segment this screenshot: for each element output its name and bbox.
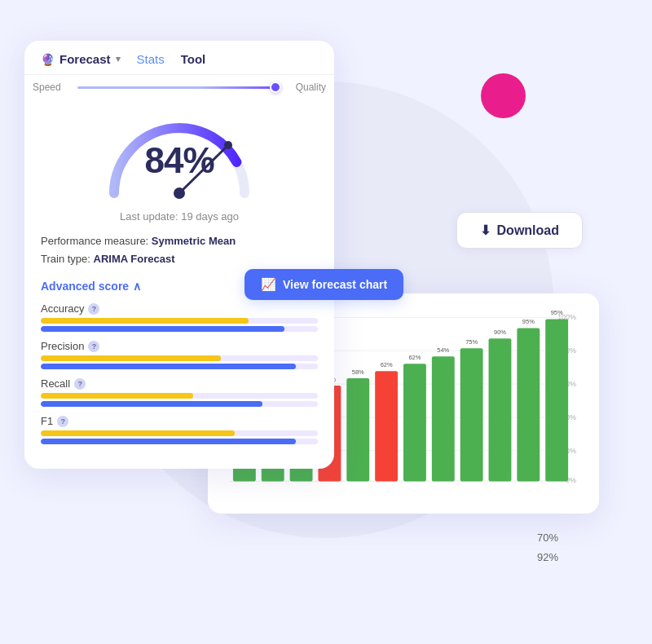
- tab-tool[interactable]: Tool: [181, 52, 206, 66]
- advanced-score-label: Advanced score: [41, 280, 129, 293]
- svg-text:95%: 95%: [522, 318, 535, 325]
- recall-bar-yellow-track: [41, 393, 318, 399]
- gauge-area: 84% Last update: 19 days ago: [24, 99, 334, 223]
- svg-point-1: [174, 187, 185, 199]
- forecast-icon: 🔮: [41, 53, 55, 66]
- accuracy-info-icon[interactable]: ?: [88, 303, 99, 315]
- view-chart-label: View forecast chart: [283, 278, 387, 291]
- precision-bar-blue-track: [41, 364, 318, 369]
- svg-text:75%: 75%: [465, 338, 478, 346]
- forecast-card: 🔮 Forecast ▾ Stats Tool Speed Quality: [24, 41, 334, 469]
- chevron-down-icon: ▾: [116, 54, 121, 64]
- recall-label: Recall: [41, 377, 70, 390]
- tab-stats[interactable]: Stats: [137, 52, 165, 66]
- last-update: Last update: 19 days ago: [41, 210, 318, 223]
- perf-line1: Performance measure: Symmetric Mean: [41, 232, 318, 250]
- precision-bar-yellow-track: [41, 355, 318, 361]
- svg-rect-22: [346, 378, 369, 481]
- gauge-container: 84%: [98, 108, 261, 205]
- pct-92: 92%: [537, 548, 558, 567]
- svg-text:90%: 90%: [494, 329, 506, 336]
- svg-point-2: [224, 141, 232, 149]
- download-button[interactable]: ⬇ Download: [456, 212, 583, 249]
- accuracy-bar-yellow-track: [41, 318, 318, 324]
- f1-bar-yellow-track: [41, 430, 318, 436]
- precision-bar-yellow: [41, 355, 221, 361]
- accuracy-bar-blue: [41, 326, 284, 332]
- svg-rect-26: [403, 364, 426, 481]
- card-header: 🔮 Forecast ▾ Stats Tool: [24, 41, 334, 75]
- view-forecast-chart-button[interactable]: 📈 View forecast chart: [244, 269, 403, 300]
- recall-info-icon[interactable]: ?: [74, 378, 86, 390]
- svg-text:62%: 62%: [408, 354, 421, 361]
- f1-bar-yellow: [41, 430, 235, 436]
- speed-quality-slider-row: Speed Quality: [24, 75, 334, 99]
- quality-label: Quality: [289, 82, 326, 93]
- download-icon: ⬇: [480, 223, 491, 238]
- perf-line1-label: Performance measure:: [41, 235, 152, 247]
- forecast-tab-label: Forecast: [59, 52, 111, 66]
- score-row-accuracy: Accuracy ?: [41, 302, 318, 332]
- speed-label: Speed: [33, 82, 69, 93]
- svg-rect-28: [432, 356, 455, 481]
- slider-thumb[interactable]: [270, 82, 281, 93]
- f1-bar-blue: [41, 439, 296, 444]
- score-row-f1: F1 ?: [41, 415, 318, 444]
- decorative-dot-pink: [481, 73, 526, 118]
- perf-line1-value: Symmetric Mean: [152, 235, 236, 247]
- accuracy-bar-yellow: [41, 318, 249, 324]
- pct-70: 70%: [537, 528, 558, 547]
- svg-text:95%: 95%: [551, 309, 563, 316]
- score-row-recall: Recall ?: [41, 377, 318, 407]
- recall-bar-blue-track: [41, 401, 318, 407]
- svg-text:58%: 58%: [352, 368, 364, 376]
- precision-label: Precision: [41, 340, 84, 352]
- chevron-up-icon: ∧: [133, 280, 141, 293]
- svg-text:62%: 62%: [381, 361, 393, 368]
- precision-info-icon[interactable]: ?: [88, 341, 99, 352]
- svg-text:54%: 54%: [437, 346, 449, 354]
- performance-info: Performance measure: Symmetric Mean Trai…: [24, 232, 334, 268]
- gauge-percent: 84%: [144, 140, 214, 181]
- recall-bar-yellow: [41, 393, 193, 399]
- precision-bar-blue: [41, 364, 296, 369]
- svg-rect-32: [489, 338, 512, 481]
- download-label: Download: [497, 223, 559, 238]
- f1-label: F1: [41, 415, 53, 427]
- svg-rect-24: [375, 371, 398, 481]
- slider-track[interactable]: [77, 86, 281, 89]
- accuracy-label: Accuracy: [41, 302, 84, 315]
- f1-bar-blue-track: [41, 439, 318, 444]
- chart-icon: 📈: [261, 277, 276, 292]
- perf-line2-value: ARIMA Forecast: [94, 253, 175, 265]
- f1-info-icon[interactable]: ?: [57, 416, 68, 427]
- recall-bar-blue: [41, 401, 262, 407]
- svg-rect-30: [460, 348, 483, 481]
- svg-rect-34: [517, 328, 540, 481]
- score-row-precision: Precision ?: [41, 340, 318, 369]
- accuracy-bar-blue-track: [41, 326, 318, 332]
- perf-line2-label: Train type:: [41, 253, 94, 265]
- svg-rect-36: [545, 319, 568, 481]
- perf-line2: Train type: ARIMA Forecast: [41, 250, 318, 268]
- tab-forecast[interactable]: 🔮 Forecast ▾: [41, 52, 121, 66]
